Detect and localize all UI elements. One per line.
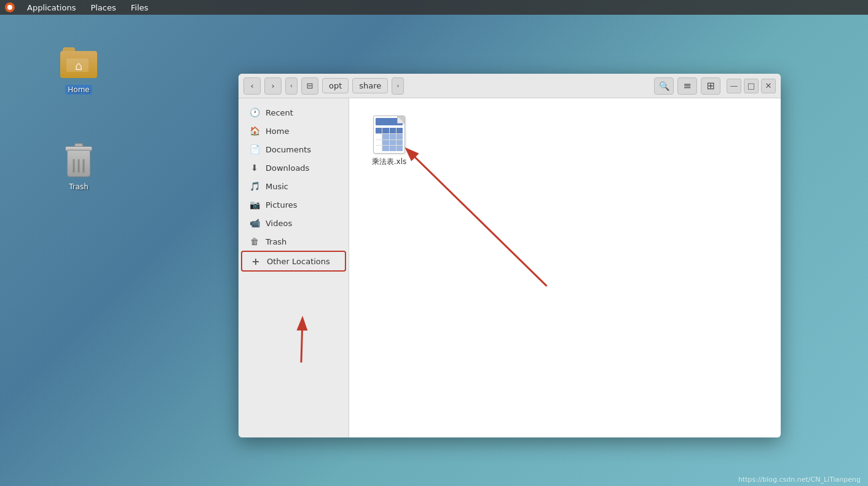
sidebar-item-recent[interactable]: 🕐 Recent (241, 103, 346, 122)
sidebar-label-pictures: Pictures (266, 200, 297, 210)
sidebar-label-documents: Documents (266, 145, 311, 154)
back-button[interactable]: ‹ (243, 77, 261, 95)
browse-button[interactable]: ⊟ (301, 77, 318, 95)
sidebar-label-videos: Videos (266, 219, 292, 228)
sidebar-item-other-locations[interactable]: + Other Locations (241, 251, 346, 272)
up-button[interactable]: ‹ (285, 77, 298, 95)
path-share[interactable]: share (352, 78, 388, 93)
sidebar-label-other-locations: Other Locations (267, 257, 330, 266)
sidebar-item-home[interactable]: 🏠 Home (241, 122, 346, 140)
view-list-button[interactable]: ≡ (677, 77, 697, 95)
sidebar-label-downloads: Downloads (266, 163, 309, 173)
trash-can-icon (59, 140, 98, 179)
trash-icon-label: Trash (66, 182, 91, 192)
file-manager-window: ‹ › ‹ ⊟ opt share › 🔍 ≡ ⊞ — □ ✕ (239, 74, 781, 437)
trash-icon: 🗑 (250, 237, 259, 246)
pictures-icon: 📷 (250, 200, 259, 210)
window-controls: — □ ✕ (727, 79, 776, 93)
desktop-trash-icon[interactable]: Trash (54, 140, 103, 192)
path-opt[interactable]: opt (322, 78, 349, 93)
recent-icon: 🕐 (250, 108, 259, 117)
top-menubar: Applications Places Files (0, 0, 868, 15)
music-icon: 🎵 (250, 181, 259, 191)
documents-icon: 📄 (250, 144, 259, 154)
os-logo (5, 2, 15, 12)
sidebar-item-music[interactable]: 🎵 Music (241, 177, 346, 195)
sidebar-label-trash: Trash (266, 237, 286, 246)
menu-places[interactable]: Places (88, 2, 118, 14)
search-button[interactable]: 🔍 (654, 77, 674, 95)
list-view-icon: ≡ (683, 80, 691, 92)
menu-applications[interactable]: Applications (25, 2, 78, 14)
file-area: 乘法表.xls (349, 98, 781, 437)
sidebar-label-music: Music (266, 182, 288, 191)
sidebar: 🕐 Recent 🏠 Home 📄 Documents ⬇ Downloads … (239, 98, 349, 437)
minimize-button[interactable]: — (727, 79, 741, 93)
titlebar: ‹ › ‹ ⊟ opt share › 🔍 ≡ ⊞ — □ ✕ (239, 74, 781, 98)
desktop-home-icon[interactable]: ⌂ Home (54, 43, 103, 95)
maximize-button[interactable]: □ (744, 79, 759, 93)
svg-line-0 (408, 150, 547, 286)
sidebar-item-documents[interactable]: 📄 Documents (241, 140, 346, 159)
home-folder-icon: ⌂ (59, 43, 98, 82)
status-bar: https://blog.csdn.net/CN_LiTianpeng (731, 473, 868, 486)
close-button[interactable]: ✕ (761, 79, 776, 93)
sidebar-item-trash[interactable]: 🗑 Trash (241, 232, 346, 251)
file-item-xls[interactable]: 乘法表.xls (361, 111, 417, 172)
xls-file-icon (373, 116, 405, 154)
home-icon-label: Home (65, 85, 92, 95)
sidebar-label-home: Home (266, 127, 289, 136)
path-forward-chevron[interactable]: › (392, 77, 404, 95)
status-url: https://blog.csdn.net/CN_LiTianpeng (738, 476, 861, 484)
sidebar-label-recent: Recent (266, 108, 293, 117)
home-icon: 🏠 (250, 126, 259, 136)
sidebar-item-videos[interactable]: 📹 Videos (241, 214, 346, 232)
sidebar-item-downloads[interactable]: ⬇ Downloads (241, 159, 346, 177)
forward-button[interactable]: › (264, 77, 282, 95)
downloads-icon: ⬇ (250, 163, 259, 173)
main-content: 🕐 Recent 🏠 Home 📄 Documents ⬇ Downloads … (239, 98, 781, 437)
menu-files[interactable]: Files (128, 2, 151, 14)
other-locations-icon: + (251, 256, 261, 266)
grid-view-icon: ⊞ (706, 80, 714, 92)
view-grid-button[interactable]: ⊞ (701, 77, 720, 95)
file-name-xls: 乘法表.xls (372, 157, 407, 167)
search-icon: 🔍 (659, 81, 669, 91)
sidebar-item-pictures[interactable]: 📷 Pictures (241, 195, 346, 214)
videos-icon: 📹 (250, 218, 259, 228)
